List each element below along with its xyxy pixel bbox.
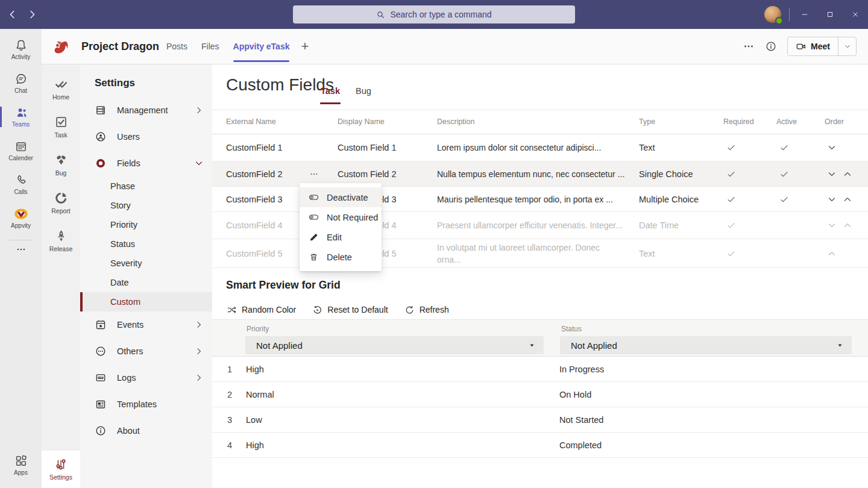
channel-tab-appvity-etask[interactable]: Appvity eTask (233, 29, 290, 64)
settings-nav-item-about[interactable]: About (80, 418, 212, 444)
settings-nav-item-users[interactable]: Users (80, 124, 212, 150)
app-rail-item-bug[interactable]: Bug (42, 146, 80, 184)
settings-nav-subitem-custom[interactable]: Custom (80, 292, 212, 311)
chevron-right-icon (194, 373, 204, 383)
team-header: Project Dragon PostsFilesAppvity eTask+ … (42, 29, 868, 64)
settings-nav-item-others[interactable]: Others (80, 338, 212, 364)
left-rail-item-chat[interactable]: Chat (0, 66, 42, 100)
preview-priority-value: High (246, 364, 264, 374)
app-rail-item-release[interactable]: Release (42, 222, 80, 260)
order-down-icon[interactable] (827, 195, 837, 204)
avatar[interactable] (764, 6, 781, 23)
back-icon[interactable] (7, 9, 18, 20)
preview-row[interactable]: 1HighIn Progress (212, 357, 868, 382)
add-tab-button[interactable]: + (301, 39, 309, 54)
info-icon[interactable] (765, 40, 777, 52)
team-logo (51, 37, 70, 56)
chevron-down-icon (844, 43, 851, 50)
cell-external-name: CustomField 3 (226, 195, 282, 204)
app-rail-item-task[interactable]: Task (42, 108, 80, 146)
left-rail-item-activity[interactable]: Activity (0, 33, 42, 66)
table-row[interactable]: CustomField 1Custom Field 1Lorem ipsum d… (212, 134, 868, 161)
left-rail-item-appvity[interactable]: Appvity (0, 201, 42, 235)
cell-display-name: Custom Field 1 (338, 143, 397, 152)
logs-icon: LOG (95, 372, 107, 384)
order-down-icon[interactable] (827, 169, 837, 179)
settings-nav-label: Fields (117, 158, 140, 168)
priority-dropdown[interactable]: Not Applied (245, 336, 544, 354)
refresh-button[interactable]: Refresh (404, 305, 449, 315)
channel-tab-files[interactable]: Files (201, 29, 219, 64)
settings-nav-subitem-phase[interactable]: Phase (80, 177, 212, 196)
order-up-icon[interactable] (827, 249, 837, 258)
left-rail-label: Calender (8, 155, 33, 161)
status-dropdown[interactable]: Not Applied (560, 336, 852, 354)
meet-dropdown-button[interactable] (838, 37, 856, 55)
settings-nav-label: Users (117, 132, 140, 142)
app-rail-item-report[interactable]: Report (42, 184, 80, 222)
settings-nav-item-events[interactable]: Events (80, 311, 212, 338)
left-rail-item-apps[interactable]: Apps (0, 448, 42, 482)
meet-button[interactable]: Meet (787, 37, 857, 56)
left-rail-item-calender[interactable]: Calender (0, 134, 42, 167)
settings-nav-item-fields[interactable]: Fields (80, 150, 212, 177)
menu-item-delete[interactable]: Delete (300, 247, 382, 267)
left-rail-item-teams[interactable]: Teams (0, 100, 42, 134)
preview-row[interactable]: 3LowNot Started (212, 407, 868, 433)
search-input[interactable]: Search or type a command (293, 5, 575, 23)
rail-more-button[interactable] (0, 242, 42, 257)
order-up-icon[interactable] (843, 169, 852, 179)
settings-nav-item-logs[interactable]: LOGLogs (80, 364, 212, 391)
menu-item-deactivate[interactable]: Deactivate (300, 187, 382, 207)
rail-divider (9, 240, 33, 240)
release-icon (54, 229, 68, 243)
settings-nav-subitem-story[interactable]: Story (80, 196, 212, 215)
chevron-right-icon (194, 346, 204, 356)
menu-item-edit[interactable]: Edit (300, 227, 382, 247)
minimize-button[interactable] (792, 0, 817, 29)
app-rail-label: Home (52, 93, 69, 101)
settings-nav-subitem-severity[interactable]: Severity (80, 254, 212, 273)
close-icon (851, 10, 860, 19)
cell-description: Mauris pellentesque tempor odio, in port… (437, 195, 613, 204)
app-rail-label: Settings (49, 474, 72, 481)
settings-nav-subitem-date[interactable]: Date (80, 273, 212, 292)
tab-bug[interactable]: Bug (355, 78, 372, 104)
chat-icon (14, 72, 28, 86)
order-up-icon[interactable] (843, 195, 852, 204)
random-color-button[interactable]: Random Color (227, 305, 296, 315)
menu-item-not-required[interactable]: Not Required (300, 207, 382, 227)
close-button[interactable] (843, 0, 868, 29)
order-up-icon[interactable] (843, 221, 852, 230)
tab-task[interactable]: Task (320, 78, 341, 104)
settings-nav-subitem-priority[interactable]: Priority (80, 215, 212, 234)
order-down-icon[interactable] (827, 221, 837, 230)
app-rail-item-home[interactable]: Home (42, 70, 80, 108)
settings-nav-item-templates[interactable]: Templates (80, 391, 212, 418)
reset-to-default-button[interactable]: Reset to Default (312, 305, 388, 315)
app-rail-item-settings[interactable]: Settings (42, 451, 80, 488)
reset-icon (312, 305, 322, 315)
users-icon (95, 131, 107, 143)
report-icon (54, 191, 68, 205)
chevron-right-icon (194, 320, 204, 330)
preview-row[interactable]: 2NormalOn Hold (212, 382, 868, 407)
maximize-button[interactable] (817, 0, 843, 29)
preview-row-number: 1 (227, 364, 232, 374)
row-context-menu: DeactivateNot RequiredEditDelete (300, 183, 382, 271)
settings-nav-item-management[interactable]: Management (80, 97, 212, 124)
smart-preview-title: Smart Preview for Grid (226, 279, 341, 292)
left-rail-label: Apps (14, 469, 28, 476)
order-down-icon[interactable] (827, 143, 837, 152)
preview-row[interactable]: 4HighCompleted (212, 433, 868, 458)
forward-icon[interactable] (27, 9, 37, 20)
left-rail-item-calls[interactable]: Calls (0, 167, 42, 201)
settings-nav-label: About (117, 426, 140, 436)
row-menu-trigger[interactable] (307, 168, 321, 180)
search-placeholder: Search or type a command (390, 10, 491, 19)
channel-tab-posts[interactable]: Posts (166, 29, 187, 64)
settings-nav-label: Events (117, 320, 143, 330)
preview-status-value: On Hold (559, 390, 591, 399)
settings-nav-subitem-status[interactable]: Status (80, 234, 212, 254)
more-options-icon[interactable] (743, 40, 755, 52)
